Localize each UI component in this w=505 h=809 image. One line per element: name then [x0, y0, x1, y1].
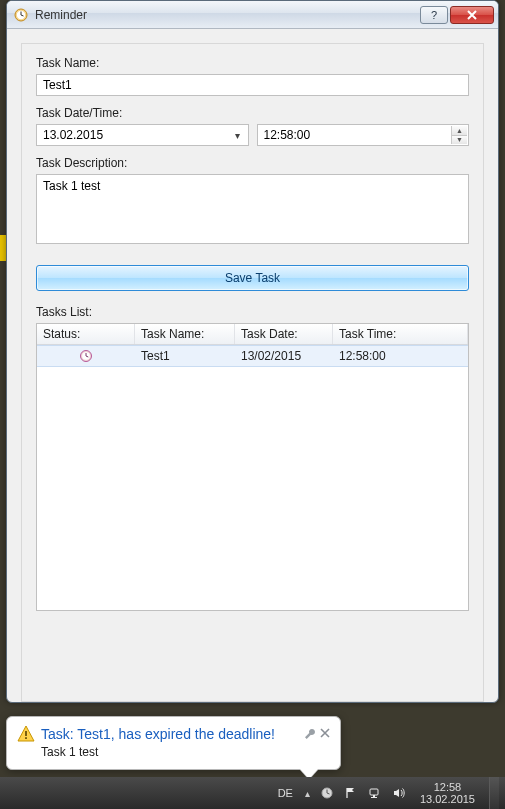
tray-app-icon[interactable] [320, 786, 334, 800]
col-task-name[interactable]: Task Name: [135, 324, 235, 344]
clock-date: 13.02.2015 [420, 793, 475, 805]
warning-icon [17, 725, 35, 743]
language-indicator[interactable]: DE [278, 787, 293, 799]
clock-expired-icon [79, 349, 93, 363]
clock-time: 12:58 [420, 781, 475, 793]
task-description-label: Task Description: [36, 156, 469, 170]
tasks-list-label: Tasks List: [36, 305, 469, 319]
save-task-button[interactable]: Save Task [36, 265, 469, 291]
show-desktop-button[interactable] [489, 777, 499, 809]
tray-overflow-icon[interactable]: ▴ [305, 788, 310, 799]
chevron-down-icon: ▾ [230, 127, 246, 143]
help-button[interactable]: ? [420, 6, 448, 24]
task-date-value: 13.02.2015 [43, 128, 103, 142]
task-date-combo[interactable]: 13.02.2015 ▾ [36, 124, 249, 146]
grid-header: Status: Task Name: Task Date: Task Time: [37, 324, 468, 345]
task-time-spinner[interactable]: 12:58:00 ▲ ▼ [257, 124, 470, 146]
form-panel: Task Name: Task Date/Time: 13.02.2015 ▾ … [21, 43, 484, 702]
balloon-body: Task 1 test [41, 745, 330, 759]
status-cell [37, 346, 135, 366]
balloon-title: Task: Test1, has expired the deadline! [41, 726, 298, 742]
tasks-grid: Status: Task Name: Task Date: Task Time: [36, 323, 469, 611]
spin-down-icon[interactable]: ▼ [451, 136, 467, 145]
close-button[interactable] [450, 6, 494, 24]
close-icon[interactable] [320, 728, 330, 740]
reminder-window: Reminder ? Task Name: Task Date/Time: 13… [6, 0, 499, 703]
task-datetime-label: Task Date/Time: [36, 106, 469, 120]
window-title: Reminder [35, 8, 420, 22]
cell-task-name: Test1 [135, 346, 235, 366]
spin-up-icon[interactable]: ▲ [451, 126, 467, 136]
cell-task-date: 13/02/2015 [235, 346, 333, 366]
system-tray: DE ▴ [278, 777, 505, 809]
svg-rect-13 [370, 789, 378, 795]
flag-icon[interactable] [344, 786, 358, 800]
cell-task-time: 12:58:00 [333, 346, 468, 366]
taskbar: DE ▴ [0, 777, 505, 809]
col-task-date[interactable]: Task Date: [235, 324, 333, 344]
task-time-value: 12:58:00 [264, 128, 311, 142]
task-description-input[interactable]: Task 1 test [36, 174, 469, 244]
col-status[interactable]: Status: [37, 324, 135, 344]
svg-rect-14 [373, 795, 375, 797]
svg-rect-8 [25, 731, 27, 736]
svg-rect-9 [25, 737, 27, 739]
svg-rect-15 [371, 797, 377, 798]
task-name-label: Task Name: [36, 56, 469, 70]
wrench-icon[interactable] [304, 728, 316, 740]
volume-icon[interactable] [392, 786, 406, 800]
task-name-input[interactable] [36, 74, 469, 96]
table-row[interactable]: Test1 13/02/2015 12:58:00 [37, 345, 468, 367]
col-task-time[interactable]: Task Time: [333, 324, 468, 344]
notification-balloon[interactable]: Task: Test1, has expired the deadline! T… [6, 716, 341, 770]
app-icon [13, 7, 29, 23]
network-icon[interactable] [368, 786, 382, 800]
taskbar-clock[interactable]: 12:58 13.02.2015 [416, 781, 479, 805]
titlebar[interactable]: Reminder ? [7, 1, 498, 29]
